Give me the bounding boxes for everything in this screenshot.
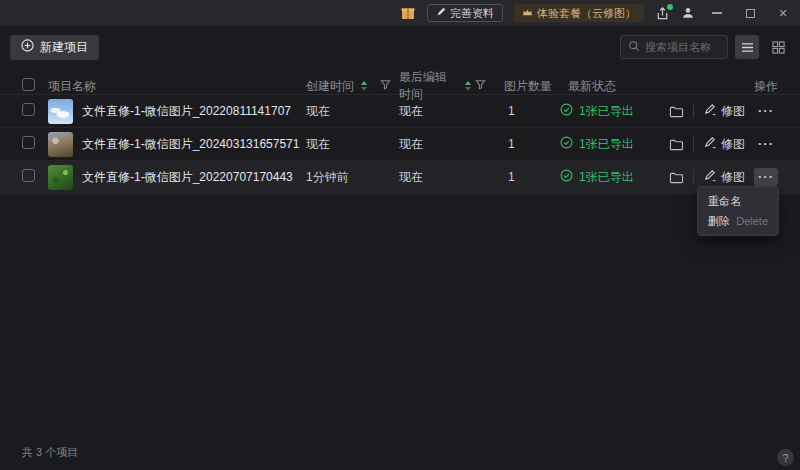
- user-avatar-icon[interactable]: [681, 6, 695, 20]
- retouch-pen-icon: [703, 169, 716, 185]
- status-badge: 1张已导出: [560, 169, 664, 186]
- crown-icon: [522, 7, 533, 19]
- retouch-button[interactable]: 修图: [703, 136, 745, 153]
- check-circle-icon: [560, 136, 573, 152]
- check-circle-icon: [560, 169, 573, 185]
- image-count: 1: [504, 137, 560, 151]
- project-thumbnail: [48, 99, 73, 124]
- divider: [693, 137, 694, 151]
- header-latest-status: 最新状态: [560, 78, 664, 95]
- project-thumbnail: [48, 132, 73, 157]
- toolbar: 新建项目: [0, 34, 800, 60]
- delete-shortcut-label: Delete: [736, 215, 768, 227]
- list-view-button[interactable]: [735, 35, 759, 59]
- sort-carets-icon[interactable]: [361, 81, 367, 91]
- context-menu: 重命名 删除 Delete: [697, 186, 779, 236]
- status-badge: 1张已导出: [560, 103, 664, 120]
- edited-time: 现在: [399, 103, 504, 120]
- share-export-icon[interactable]: [655, 6, 670, 21]
- search-icon: [628, 40, 640, 55]
- search-input[interactable]: [645, 41, 720, 53]
- retouch-pen-icon: [703, 103, 716, 119]
- maximize-button[interactable]: [739, 3, 761, 23]
- search-box[interactable]: [620, 35, 728, 59]
- header-operations: 操作: [664, 78, 778, 95]
- more-options-button[interactable]: ···: [754, 135, 778, 153]
- context-menu-rename[interactable]: 重命名: [698, 191, 778, 211]
- image-count: 1: [504, 104, 560, 118]
- project-count-summary: 共 3 个项目: [22, 445, 78, 460]
- table-row[interactable]: 文件直修-1-微信图片_20220707170443 客户端 1分钟前 现在 1…: [0, 161, 800, 194]
- complete-profile-label: 完善资料: [450, 6, 494, 21]
- row-checkbox[interactable]: [22, 136, 35, 149]
- folder-icon[interactable]: [669, 105, 684, 118]
- created-time: 1分钟前: [306, 169, 399, 186]
- more-options-button[interactable]: ···: [754, 102, 778, 120]
- trial-plan-label: 体验套餐（云修图）: [537, 6, 636, 21]
- plus-circle-icon: [21, 39, 34, 55]
- table-row[interactable]: 文件直修-1-微信图片_202403131657571 现在 现在 1 1张已导…: [0, 128, 800, 161]
- header-created-time[interactable]: 创建时间: [306, 78, 399, 95]
- complete-profile-button[interactable]: 完善资料: [427, 4, 503, 22]
- divider: [693, 170, 694, 184]
- new-project-label: 新建项目: [40, 39, 88, 56]
- trial-plan-button[interactable]: 体验套餐（云修图）: [514, 4, 644, 22]
- project-name: 文件直修-1-微信图片_202403131657571: [82, 136, 299, 153]
- edited-time: 现在: [399, 136, 504, 153]
- retouch-button[interactable]: 修图: [703, 103, 745, 120]
- folder-icon[interactable]: [669, 171, 684, 184]
- titlebar: 完善资料 体验套餐（云修图） ✕: [0, 0, 800, 26]
- filter-funnel-icon[interactable]: [380, 79, 391, 93]
- row-checkbox[interactable]: [22, 103, 35, 116]
- gift-icon[interactable]: [400, 5, 416, 21]
- notification-dot: [667, 4, 673, 10]
- sort-carets-icon[interactable]: [465, 81, 471, 91]
- created-time: 现在: [306, 136, 399, 153]
- table-header: 项目名称 创建时间 最后编辑时间 图片数量 最新状态 操作: [0, 69, 800, 95]
- header-image-count: 图片数量: [504, 78, 560, 95]
- divider: [693, 104, 694, 118]
- status-badge: 1张已导出: [560, 136, 664, 153]
- retouch-pen-icon: [703, 136, 716, 152]
- check-circle-icon: [560, 103, 573, 119]
- created-time: 现在: [306, 103, 399, 120]
- more-options-button[interactable]: ···: [754, 168, 778, 186]
- close-button[interactable]: ✕: [772, 3, 794, 23]
- image-count: 1: [504, 170, 560, 184]
- header-project-name: 项目名称: [48, 78, 306, 95]
- folder-icon[interactable]: [669, 138, 684, 151]
- new-project-button[interactable]: 新建项目: [10, 35, 99, 60]
- header-edited-time[interactable]: 最后编辑时间: [399, 69, 504, 103]
- project-name: 文件直修-1-微信图片_20220707170443: [82, 169, 293, 186]
- project-thumbnail: [48, 165, 73, 190]
- filter-funnel-icon[interactable]: [475, 79, 486, 93]
- row-checkbox[interactable]: [22, 169, 35, 182]
- grid-view-button[interactable]: [766, 35, 790, 59]
- retouch-button[interactable]: 修图: [703, 169, 745, 186]
- help-button[interactable]: ?: [777, 449, 794, 466]
- context-menu-delete[interactable]: 删除 Delete: [698, 211, 778, 231]
- project-name: 文件直修-1-微信图片_20220811141707: [82, 103, 291, 120]
- pencil-icon: [436, 7, 446, 19]
- edited-time: 现在: [399, 169, 504, 186]
- select-all-checkbox[interactable]: [22, 78, 35, 91]
- minimize-button[interactable]: [706, 3, 728, 23]
